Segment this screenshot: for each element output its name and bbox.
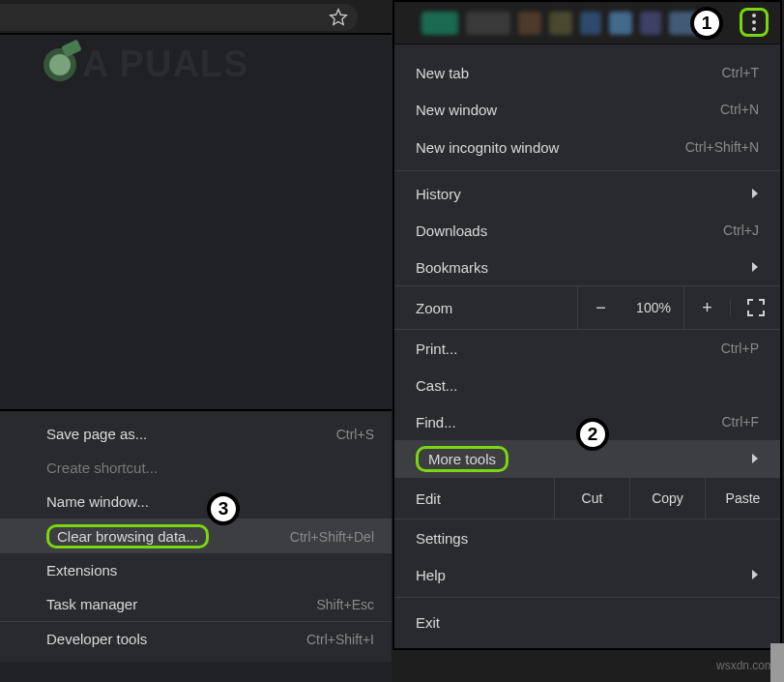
submenu-task-manager[interactable]: Task manager Shift+Esc: [0, 587, 392, 621]
menu-incognito[interactable]: New incognito window Ctrl+Shift+N: [394, 128, 780, 166]
submenu-shortcut: Shift+Esc: [316, 597, 374, 612]
submenu-create-shortcut: Create shortcut...: [0, 451, 392, 485]
ext-icon[interactable]: [640, 12, 661, 35]
zoom-out-button[interactable]: −: [577, 286, 624, 329]
zoom-in-button[interactable]: +: [683, 286, 730, 329]
menu-shortcut: Ctrl+T: [722, 65, 760, 80]
watermark-logo: A PUALS: [44, 44, 248, 85]
scrollbar-thumb[interactable]: [770, 643, 784, 682]
kebab-menu-icon[interactable]: [740, 8, 769, 37]
menu-label: Settings: [416, 530, 759, 547]
menu-help[interactable]: Help: [394, 556, 780, 593]
menu-settings[interactable]: Settings: [394, 519, 780, 556]
submenu-label: Extensions: [46, 562, 374, 578]
menu-bookmarks[interactable]: Bookmarks: [394, 249, 780, 285]
menu-label: Bookmarks: [416, 259, 741, 276]
zoom-label: Zoom: [394, 300, 577, 316]
menu-exit[interactable]: Exit: [394, 602, 780, 642]
chrome-main-menu: New tab Ctrl+T New window Ctrl+N New inc…: [392, 0, 782, 650]
ext-icon[interactable]: [609, 12, 632, 35]
menu-label: Downloads: [416, 222, 723, 239]
menu-label: Print...: [416, 341, 721, 357]
chevron-right-icon: [751, 259, 759, 276]
highlight-outline: Clear browsing data...: [46, 524, 209, 549]
menu-new-tab[interactable]: New tab Ctrl+T: [394, 54, 780, 91]
chevron-right-icon: [751, 186, 759, 202]
menu-shortcut: Ctrl+N: [720, 102, 759, 117]
menu-downloads[interactable]: Downloads Ctrl+J: [394, 212, 780, 249]
menu-label: Find...: [416, 414, 722, 430]
callout-3: 3: [207, 492, 240, 525]
ext-icon[interactable]: [580, 12, 601, 35]
submenu-label: Create shortcut...: [46, 460, 374, 476]
submenu-save-page[interactable]: Save page as... Ctrl+S: [0, 417, 392, 451]
chevron-right-icon: [751, 451, 759, 467]
menu-label: Cast...: [416, 377, 759, 394]
menu-label: New tab: [416, 65, 722, 81]
submenu-label: Task manager: [46, 596, 316, 612]
ext-icon[interactable]: [518, 12, 541, 35]
cut-button[interactable]: Cut: [554, 478, 629, 519]
highlight-outline: More tools: [416, 446, 508, 472]
menu-label: More tools: [416, 446, 741, 472]
edit-label: Edit: [394, 490, 554, 507]
callout-2: 2: [576, 418, 609, 451]
menu-separator: [394, 597, 780, 598]
menu-new-window[interactable]: New window Ctrl+N: [394, 91, 780, 128]
address-bar-fragment: [0, 0, 392, 35]
submenu-clear-browsing-data[interactable]: Clear browsing data... Ctrl+Shift+Del: [0, 519, 392, 553]
fullscreen-icon: [747, 299, 765, 316]
callout-1: 1: [690, 7, 723, 40]
menu-shortcut: Ctrl+J: [723, 222, 759, 238]
submenu-label: Save page as...: [46, 426, 336, 442]
ext-icon[interactable]: [421, 12, 458, 35]
bookmark-star-icon[interactable]: [329, 8, 348, 27]
zoom-value: 100%: [624, 300, 683, 315]
menu-print[interactable]: Print... Ctrl+P: [394, 330, 780, 367]
submenu-developer-tools[interactable]: Developer tools Ctrl+Shift+I: [0, 622, 392, 656]
submenu-label: Developer tools: [46, 631, 306, 647]
menu-label: History: [416, 186, 741, 202]
menu-separator: [394, 170, 780, 171]
fullscreen-button[interactable]: [730, 299, 780, 316]
chevron-right-icon: [751, 567, 759, 583]
menu-zoom: Zoom − 100% +: [394, 285, 780, 330]
submenu-extensions[interactable]: Extensions: [0, 553, 392, 587]
watermark-text: A PUALS: [82, 44, 248, 85]
source-link: wsxdn.com: [716, 659, 774, 672]
submenu-label: Clear browsing data...: [46, 524, 290, 549]
ext-icon[interactable]: [549, 12, 572, 35]
appuals-logo-icon: [44, 48, 76, 81]
menu-shortcut: Ctrl+P: [721, 341, 759, 356]
menu-shortcut: Ctrl+F: [722, 414, 760, 430]
menu-label: Exit: [416, 614, 759, 631]
menu-cast[interactable]: Cast...: [394, 367, 780, 403]
menu-shortcut: Ctrl+Shift+N: [685, 139, 759, 155]
omnibox[interactable]: [0, 4, 358, 31]
menu-label: New window: [416, 102, 720, 118]
ext-icon[interactable]: [466, 12, 510, 35]
paste-button[interactable]: Paste: [705, 478, 780, 519]
menu-history[interactable]: History: [394, 175, 780, 212]
submenu-name-window[interactable]: Name window...: [0, 485, 392, 519]
menu-label: Help: [416, 567, 741, 583]
copy-button[interactable]: Copy: [629, 478, 705, 519]
submenu-shortcut: Ctrl+Shift+I: [306, 632, 374, 647]
submenu-shortcut: Ctrl+Shift+Del: [290, 529, 374, 545]
submenu-shortcut: Ctrl+S: [336, 427, 374, 442]
menu-label: New incognito window: [416, 139, 685, 156]
more-tools-submenu: Save page as... Ctrl+S Create shortcut..…: [0, 409, 392, 662]
menu-edit: Edit Cut Copy Paste: [394, 477, 780, 519]
